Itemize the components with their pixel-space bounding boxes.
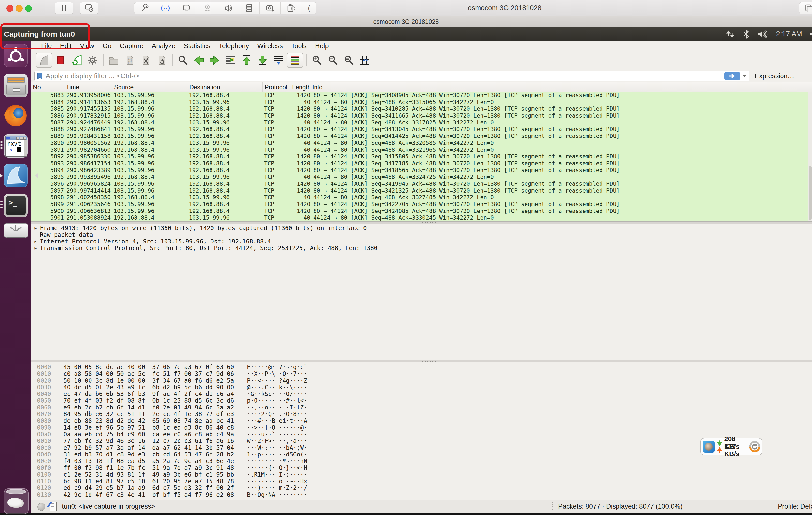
network-arrows-icon[interactable] bbox=[725, 29, 735, 39]
restart-capture-button[interactable] bbox=[69, 53, 84, 67]
dock-item-external-drive[interactable] bbox=[4, 223, 28, 239]
find-packet-button[interactable] bbox=[175, 53, 190, 67]
menu-item[interactable]: Analyze bbox=[148, 42, 179, 50]
clipboard-button[interactable] bbox=[281, 2, 301, 14]
packet-row[interactable]: 5887 290.924476449 192.168.88.4 103.15.9… bbox=[31, 119, 812, 126]
packet-row[interactable]: 5896 290.996965824 103.15.99.96 192.168.… bbox=[31, 180, 812, 188]
hex-row[interactable]: 0100 c1 2e 52 31 4d 93 81 1f 49 a9 3b e6… bbox=[31, 471, 812, 478]
packet-row[interactable]: 5897 290.997414414 103.15.99.96 192.168.… bbox=[31, 188, 812, 194]
hex-row[interactable]: 0120 ed c9 d4 29 e5 b7 1a a9 6d c7 5a d3… bbox=[31, 485, 812, 491]
hex-row[interactable]: 0040 ec 47 da b6 6b 53 6f b3 9f ac 4f 2f… bbox=[31, 391, 812, 397]
minimize-window-button[interactable] bbox=[16, 5, 23, 12]
save-file-button[interactable]: 010110011 bbox=[122, 53, 137, 67]
detail-row[interactable]: ▶ Internet Protocol Version 4, Src: 103.… bbox=[31, 238, 812, 245]
capture-options-button[interactable] bbox=[85, 53, 100, 67]
next-packet-button[interactable] bbox=[207, 53, 222, 67]
packet-row[interactable]: 5888 290.927486841 103.15.99.96 192.168.… bbox=[31, 126, 812, 133]
expand-arrow-icon[interactable] bbox=[31, 232, 40, 238]
hex-row[interactable]: 0000 45 00 05 8c dc ac 40 00 37 06 7e a3… bbox=[31, 364, 812, 371]
packet-list-scrollbar[interactable] bbox=[808, 92, 812, 221]
hex-row[interactable]: 0050 70 ef 4f 03 f2 df 08 8f 0b 1c 23 88… bbox=[31, 397, 812, 404]
drive-button[interactable] bbox=[176, 2, 197, 14]
detail-row[interactable]: ▶ Frame 4913: 1420 bytes on wire (11360 … bbox=[31, 225, 812, 232]
dock-item-trash[interactable] bbox=[4, 488, 28, 513]
packet-row[interactable]: 5883 290.913958006 103.15.99.96 192.168.… bbox=[31, 92, 812, 99]
packet-row[interactable]: 5893 290.986417154 103.15.99.96 192.168.… bbox=[31, 160, 812, 167]
dock-item-terminal[interactable]: >_ bbox=[4, 194, 28, 218]
hex-row[interactable]: 0010 c0 a8 58 04 00 50 ac 5c fc 51 f7 00… bbox=[31, 371, 812, 377]
menu-item[interactable]: Telephony bbox=[214, 42, 253, 50]
zoom-window-button[interactable] bbox=[25, 5, 32, 12]
previous-packet-button[interactable] bbox=[191, 53, 206, 67]
packet-row[interactable]: 5889 290.928431158 103.15.99.96 192.168.… bbox=[31, 133, 812, 140]
partial-right-button[interactable] bbox=[799, 2, 812, 14]
menu-item[interactable]: Help bbox=[311, 42, 333, 50]
collapse-button[interactable]: ⟨ bbox=[301, 2, 316, 14]
packet-row[interactable]: 5900 291.006636813 103.15.99.96 192.168.… bbox=[31, 208, 812, 215]
network-speed-widget[interactable]: 208 KB/s 137 KB/s bbox=[700, 438, 762, 456]
speaker-button[interactable] bbox=[218, 2, 239, 14]
detail-row[interactable]: ▶ Transmission Control Protocol, Src Por… bbox=[31, 245, 812, 252]
first-packet-button[interactable] bbox=[239, 53, 254, 67]
hex-row[interactable]: 0020 50 10 00 3c 8d 1e 00 00 3f 34 67 a0… bbox=[31, 377, 812, 384]
hex-row[interactable]: 0070 84 95 db e6 32 cc 51 11 2e cc 4f 1e… bbox=[31, 411, 812, 418]
menu-item[interactable]: Tools bbox=[287, 42, 311, 50]
hex-row[interactable]: 00c0 e7 92 b9 57 a7 3a af 14 da a7 62 41… bbox=[31, 445, 812, 451]
goto-packet-button[interactable] bbox=[223, 53, 238, 67]
reload-file-button[interactable] bbox=[154, 53, 169, 67]
packet-row[interactable]: 5886 290.917832915 103.15.99.96 192.168.… bbox=[31, 112, 812, 119]
start-capture-button[interactable] bbox=[36, 53, 52, 68]
bluetooth-icon[interactable] bbox=[743, 29, 750, 39]
packet-row[interactable]: 5895 290.993395496 192.168.88.4 103.15.9… bbox=[31, 174, 812, 180]
column-header-no[interactable]: No. bbox=[31, 82, 64, 92]
menu-item[interactable]: Capture bbox=[116, 42, 148, 50]
volume-icon[interactable] bbox=[757, 29, 768, 39]
menu-item[interactable]: Wireless bbox=[253, 42, 287, 50]
packet-row[interactable]: 5890 290.980051562 192.168.88.4 103.15.9… bbox=[31, 140, 812, 147]
packet-row[interactable]: 5899 291.006235646 103.15.99.96 192.168.… bbox=[31, 201, 812, 208]
dock-item-file-manager[interactable] bbox=[4, 74, 28, 97]
code-button[interactable]: ⟨··⟩ bbox=[155, 2, 176, 14]
colorize-button[interactable] bbox=[287, 53, 303, 68]
hex-row[interactable]: 0060 e9 eb 2c b2 cb 6f 14 d1 f0 2e 01 49… bbox=[31, 404, 812, 411]
dock-item-firefox[interactable] bbox=[4, 104, 28, 127]
stop-capture-button[interactable] bbox=[53, 53, 68, 67]
zoom-out-button[interactable] bbox=[325, 53, 340, 67]
hex-row[interactable]: 0110 bc 98 f1 e4 8f 97 c5 10 6f 20 95 7e… bbox=[31, 478, 812, 485]
hex-row[interactable]: 00b0 77 eb fc 32 9d 46 3e 16 12 c7 2c c3… bbox=[31, 438, 812, 445]
column-header-info[interactable]: Info bbox=[310, 82, 812, 92]
column-header-time[interactable]: Time bbox=[64, 82, 112, 92]
packet-row[interactable]: 5884 290.914113653 192.168.88.4 103.15.9… bbox=[31, 99, 812, 106]
zoom-in-button[interactable] bbox=[309, 53, 324, 67]
menu-item[interactable]: Go bbox=[98, 42, 116, 50]
column-header-length[interactable]: Length bbox=[290, 82, 310, 92]
hex-row[interactable]: 0080 de eb 88 23 8d d2 de 42 65 69 03 74… bbox=[31, 418, 812, 424]
filter-dropdown-caret[interactable] bbox=[743, 75, 746, 79]
packet-row[interactable]: 5901 291.053088924 192.168.88.4 103.15.9… bbox=[31, 214, 812, 221]
packet-row[interactable]: 5892 290.985386330 103.15.99.96 192.168.… bbox=[31, 153, 812, 160]
clock[interactable]: 2:17 AM bbox=[776, 30, 802, 38]
zoom-reset-button[interactable] bbox=[341, 53, 356, 67]
hex-row[interactable]: 00f0 ff 00 f2 98 f1 1e 7b fc 51 9a 7d a7… bbox=[31, 465, 812, 471]
pause-button[interactable] bbox=[55, 2, 73, 14]
open-file-button[interactable] bbox=[106, 53, 121, 67]
column-header-destination[interactable]: Destination bbox=[187, 82, 263, 92]
packet-details-pane[interactable]: ▶ Frame 4913: 1420 bytes on wire (11360 … bbox=[31, 224, 812, 361]
column-header-protocol[interactable]: Protocol bbox=[263, 82, 290, 92]
server-button[interactable] bbox=[239, 2, 260, 14]
packet-row[interactable]: 5898 291.002458350 192.168.88.4 103.15.9… bbox=[31, 194, 812, 201]
expand-arrow-icon[interactable]: ▶ bbox=[31, 245, 40, 252]
hex-row[interactable]: 0090 14 e8 3e ef 96 5b 97 51 b8 1c ed d3… bbox=[31, 425, 812, 431]
display-filter-field[interactable] bbox=[34, 71, 749, 81]
packet-row[interactable]: 5891 290.982704660 192.168.88.4 103.15.9… bbox=[31, 147, 812, 153]
menu-item[interactable]: Statistics bbox=[179, 42, 214, 50]
profile-label[interactable]: Profile: Defa bbox=[778, 503, 812, 510]
close-window-button[interactable] bbox=[6, 5, 13, 12]
expert-info-icon[interactable] bbox=[37, 503, 45, 511]
hex-row[interactable]: 0130 42 9c 1d 4f 67 c3 4e 41 bf bf f5 a4… bbox=[31, 492, 812, 498]
wrench-button[interactable] bbox=[134, 2, 155, 14]
expand-arrow-icon[interactable]: ▶ bbox=[31, 238, 40, 245]
hex-row[interactable]: 0030 40 dc d5 0f 2e 43 a9 fc 6b d2 b9 5c… bbox=[31, 384, 812, 391]
resize-columns-button[interactable] bbox=[357, 53, 372, 67]
hex-row[interactable]: 00d0 31 ed b3 70 d1 c8 9d e3 cb cd 64 53… bbox=[31, 451, 812, 458]
